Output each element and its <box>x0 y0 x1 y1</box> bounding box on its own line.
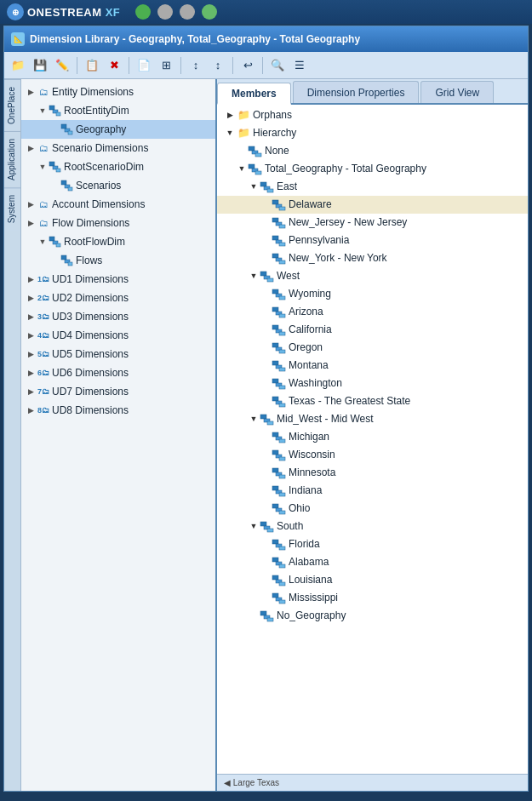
expander-flow-dims[interactable]: ▶ <box>25 217 37 229</box>
svg-rect-9 <box>61 180 66 185</box>
expander-root-scenario[interactable]: ▼ <box>37 161 49 173</box>
member-hierarchy[interactable]: ▼ 📁 Hierarchy <box>217 124 528 142</box>
member-indiana[interactable]: Indiana <box>217 482 528 500</box>
expander-entity-dims[interactable]: ▶ <box>25 86 37 98</box>
svg-rect-36 <box>272 254 278 258</box>
expander-scenario-dims[interactable]: ▶ <box>25 142 37 154</box>
expander-ud1[interactable]: ▶ <box>25 273 37 285</box>
svg-rect-86 <box>279 546 285 550</box>
member-pennsylvania[interactable]: Pennsylvania <box>217 232 528 249</box>
label-arizona: Arizona <box>289 304 323 320</box>
member-washington[interactable]: Washington <box>217 375 528 392</box>
label-florida: Florida <box>289 536 320 552</box>
expander-ud7[interactable]: ▶ <box>25 386 37 398</box>
toolbar-search-btn[interactable]: 🔍 <box>267 55 288 76</box>
member-arizona[interactable]: Arizona <box>217 303 528 321</box>
member-east[interactable]: ▼ East <box>217 178 528 196</box>
expander-geography[interactable] <box>49 123 60 135</box>
sidebar-nav-application[interactable]: Application <box>4 131 20 187</box>
expander-orphans[interactable]: ▶ <box>224 110 236 122</box>
tree-item-geography[interactable]: Geography <box>21 120 215 139</box>
toolbar-edit-btn[interactable]: ✏️ <box>52 55 72 76</box>
svg-rect-17 <box>68 262 72 266</box>
member-oregon[interactable]: Oregon <box>217 339 528 357</box>
tree-item-ud4[interactable]: ▶ 4🗂 UD4 Dimensions <box>21 326 215 345</box>
expander-hierarchy[interactable]: ▼ <box>224 128 236 140</box>
tree-item-ud6[interactable]: ▶ 6🗂 UD6 Dimensions <box>21 363 215 382</box>
toolbar-save-btn[interactable]: 💾 <box>30 55 50 76</box>
member-wisconsin[interactable]: Wisconsin <box>217 446 528 464</box>
expander-flows[interactable] <box>49 255 60 266</box>
tree-item-root-entity[interactable]: ▼ RootEntityDim <box>21 101 215 120</box>
tree-item-ud8[interactable]: ▶ 8🗂 UD8 Dimensions <box>21 401 215 420</box>
label-louisiana: Louisiana <box>289 572 332 588</box>
toolbar-copy-btn[interactable]: 📋 <box>82 55 102 76</box>
tree-item-ud3[interactable]: ▶ 3🗂 UD3 Dimensions <box>21 307 215 326</box>
member-michigan[interactable]: Michigan <box>217 428 528 446</box>
expander-account-dims[interactable]: ▶ <box>25 198 37 210</box>
expander-ud8[interactable]: ▶ <box>25 404 37 416</box>
member-california[interactable]: California <box>217 321 528 339</box>
member-louisiana[interactable]: Louisiana <box>217 571 528 589</box>
tree-item-ud1[interactable]: ▶ 1🗂 UD1 Dimensions <box>21 270 215 289</box>
icon-ohio <box>272 502 287 516</box>
tree-item-scenarios[interactable]: Scenarios <box>21 176 215 195</box>
member-new-jersey[interactable]: New_Jersey - New Jersey <box>217 214 528 232</box>
member-orphans[interactable]: ▶ 📁 Orphans <box>217 106 528 124</box>
tree-item-ud2[interactable]: ▶ 2🗂 UD2 Dimensions <box>21 289 215 307</box>
toolbar-delete-btn[interactable]: ✖ <box>104 55 124 76</box>
expander-scenarios[interactable] <box>49 180 60 192</box>
icon-texas <box>272 395 287 409</box>
sidebar-nav-system[interactable]: System <box>4 187 20 230</box>
expander-total-geo[interactable]: ▼ <box>236 163 248 175</box>
expander-ud3[interactable]: ▶ <box>25 311 37 323</box>
member-minnesota[interactable]: Minnesota <box>217 464 528 482</box>
expander-ud2[interactable]: ▶ <box>25 292 37 304</box>
tree-item-ud7[interactable]: ▶ 7🗂 UD7 Dimensions <box>21 382 215 401</box>
tree-item-root-flow[interactable]: ▼ RootFlowDim <box>21 232 215 251</box>
member-no-geo[interactable]: No_Geography <box>217 607 528 625</box>
member-ohio[interactable]: Ohio <box>217 500 528 518</box>
tab-members[interactable]: Members <box>217 83 291 105</box>
member-alabama[interactable]: Alabama <box>217 553 528 571</box>
toolbar-sort-desc-btn[interactable]: ↕ <box>208 55 228 76</box>
expander-west[interactable]: ▼ <box>248 271 260 283</box>
tree-item-flows[interactable]: Flows <box>21 251 215 270</box>
sidebar-nav-oneplace[interactable]: OnePlace <box>4 79 20 131</box>
expander-ud5[interactable]: ▶ <box>25 348 37 360</box>
expander-south[interactable]: ▼ <box>248 521 260 533</box>
member-new-york[interactable]: New_York - New York <box>217 249 528 267</box>
expander-ud6[interactable]: ▶ <box>25 367 37 379</box>
toolbar-paste-btn[interactable]: 📄 <box>134 55 154 76</box>
member-total-geo[interactable]: ▼ Total_Geography - Total Geography <box>217 160 528 178</box>
tree-item-root-scenario[interactable]: ▼ RootScenarioDim <box>21 157 215 176</box>
member-none[interactable]: None <box>217 142 528 160</box>
tab-grid-view[interactable]: Grid View <box>420 81 494 103</box>
expander-root-flow[interactable]: ▼ <box>37 236 49 248</box>
member-mid-west[interactable]: ▼ Mid_West - Mid West <box>217 410 528 428</box>
member-montana[interactable]: Montana <box>217 357 528 375</box>
tab-dim-props[interactable]: Dimension Properties <box>293 81 420 103</box>
tree-item-entity-dims[interactable]: ▶ 🗂 Entity Dimensions <box>21 83 215 101</box>
member-mississippi[interactable]: Mississippi <box>217 589 528 607</box>
expander-mid-west[interactable]: ▼ <box>248 414 260 426</box>
tree-item-flow-dims[interactable]: ▶ 🗂 Flow Dimensions <box>21 214 215 232</box>
tree-item-ud5[interactable]: ▶ 5🗂 UD5 Dimensions <box>21 345 215 363</box>
member-texas[interactable]: Texas - The Greatest State <box>217 392 528 410</box>
toolbar-grid-btn[interactable]: ⊞ <box>156 55 176 76</box>
expander-ud4[interactable]: ▶ <box>25 329 37 341</box>
toolbar-undo-btn[interactable]: ↩ <box>237 55 258 76</box>
member-florida[interactable]: Florida <box>217 535 528 553</box>
tree-item-account-dims[interactable]: ▶ 🗂 Account Dimensions <box>21 195 215 214</box>
tree-item-scenario-dims[interactable]: ▶ 🗂 Scenario Dimensions <box>21 139 215 157</box>
svg-rect-83 <box>267 529 273 532</box>
member-delaware[interactable]: Delaware <box>217 196 528 214</box>
toolbar-open-btn[interactable]: 📁 <box>8 55 28 76</box>
toolbar-menu-btn[interactable]: ☰ <box>289 55 310 76</box>
member-west[interactable]: ▼ West <box>217 267 528 285</box>
expander-east[interactable]: ▼ <box>248 181 260 193</box>
member-south[interactable]: ▼ South <box>217 518 528 535</box>
toolbar-sort-asc-btn[interactable]: ↕ <box>186 55 206 76</box>
expander-root-entity[interactable]: ▼ <box>37 105 49 117</box>
member-wyoming[interactable]: Wyoming <box>217 285 528 303</box>
